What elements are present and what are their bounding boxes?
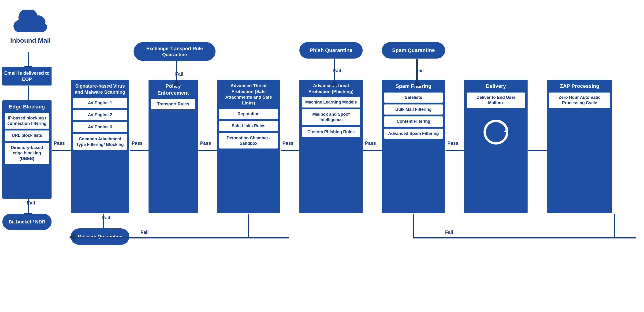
atp-phishing-stage: Advanced Threat Protection (Phishing) Ma… xyxy=(300,80,363,213)
phishing-fail-label: Fail xyxy=(333,68,341,73)
av-scanning-stage: Signature-based Virus and Malware Scanni… xyxy=(71,80,129,213)
edge-item-3: Directory-based edge blocking (DBEB) xyxy=(5,143,49,164)
edge-fail-label: Fail xyxy=(27,200,35,206)
inbound-mail-label: Inbound Mail xyxy=(10,37,51,44)
phishing-pass-label: Pass xyxy=(365,140,376,146)
eop-box: Email is delivered to EOP xyxy=(2,67,52,86)
atp-phishing-item-2: Mailbox and Spoof Intelligence xyxy=(302,110,360,125)
av-fail-label: Fail xyxy=(102,215,110,220)
atp-safe-item-2: Safe Links Rules xyxy=(219,121,278,131)
av-item-4: Common Attachment Type Filtering/ Blocki… xyxy=(73,134,127,150)
policy-enforcement-stage: Policy Enforcement Transport Rules xyxy=(148,80,198,213)
bottom-fail-line-spam xyxy=(413,237,614,238)
edge-blocking-stage: Edge Blocking IP-based blocking / connec… xyxy=(2,100,52,199)
exchange-transport-quarantine: Exchange Transport Rule Quarantine xyxy=(134,42,216,61)
atp-safe-stage: Advanced Threat Protection (Safe Attachm… xyxy=(217,80,280,213)
policy-item-1: Transport Rules xyxy=(151,99,196,109)
spam-item-1: Safelists xyxy=(384,92,443,102)
refresh-icon xyxy=(483,119,509,145)
spam-fail-label: Fail xyxy=(416,68,424,73)
svg-marker-1 xyxy=(504,128,507,132)
atp-safe-item-3: Detonation Chamber / Sandbox xyxy=(219,133,278,149)
spam-pass-label: Pass xyxy=(448,140,458,146)
policy-pass-label: Pass xyxy=(200,140,211,146)
atp-safe-pass-label: Pass xyxy=(282,140,294,146)
atp-phishing-item-1: Machine Learning Models xyxy=(302,97,360,107)
av-item-2: AV Engine 2 xyxy=(73,110,127,120)
email-flow-diagram: Inbound Mail Email is delivered to EOP E… xyxy=(0,0,644,312)
malware-quarantine-box: Malware Quarantine xyxy=(71,228,129,245)
edge-item-1: IP-based blocking / connection filtering xyxy=(5,113,49,129)
phish-quarantine-box: Phish Quarantine xyxy=(300,42,363,58)
spam-item-4: Advanced Spam Filtering xyxy=(384,128,443,139)
atp-safe-fail-vert xyxy=(248,214,249,237)
spam-filtering-stage: Spam Filtering Safelists Bulk Mail Filte… xyxy=(382,80,445,213)
edge-item-2: URL block lists xyxy=(5,130,49,140)
cloud-icon xyxy=(12,10,49,35)
delivery-item-1: Deliver to End User Mailbox xyxy=(467,92,525,108)
atp-phishing-item-3: Custom Phishing Rules xyxy=(302,127,360,137)
atp-safe-item-1: Reputation xyxy=(219,109,278,119)
spam-fail-vert xyxy=(413,214,414,237)
bit-bucket-box: Bit bucket / NDR xyxy=(2,214,52,230)
spam-quarantine-box: Spam Quarantine xyxy=(382,42,445,58)
bottom-fail-line-right xyxy=(614,237,636,238)
av-pass-label: Pass xyxy=(132,140,143,146)
spam-item-2: Bulk Mail Filtering xyxy=(384,104,443,114)
spam-item-3: Content Filtering xyxy=(384,116,443,126)
atp-safe-fail-line xyxy=(71,237,288,238)
bottom-fail-label-spam: Fail xyxy=(445,230,453,235)
av-item-3: AV Engine 3 xyxy=(73,122,127,132)
delivery-stage: Delivery Deliver to End User Mailbox xyxy=(464,80,528,213)
atp-safe-fail-label: Fail xyxy=(140,230,148,235)
zap-fail-vert xyxy=(614,214,615,237)
inbound-mail-node: Inbound Mail xyxy=(5,2,56,52)
policy-fail-label: Fail xyxy=(175,72,183,77)
av-item-1: AV Engine 1 xyxy=(73,98,127,108)
atp-safe-fail-arrow-head xyxy=(69,233,76,241)
zap-processing-stage: ZAP Processing Zero Hour Automatic Proce… xyxy=(547,80,612,213)
zap-item-1: Zero Hour Automatic Processing Cycle xyxy=(549,92,610,108)
edge-pass-label: Pass xyxy=(54,140,65,146)
